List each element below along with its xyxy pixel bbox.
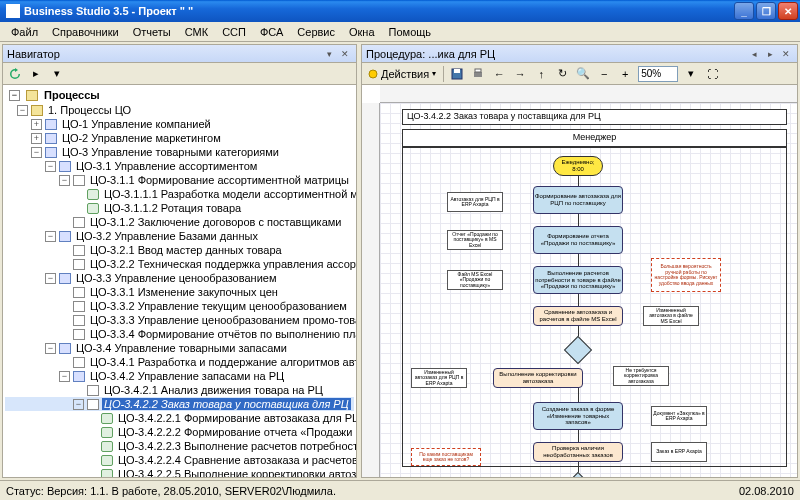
- tree-node[interactable]: −ЦО-3.3 Управление ценообразованием: [5, 271, 354, 285]
- step-icon: [101, 469, 113, 478]
- tree-label: ЦО-3.1.1.2 Ротация товара: [102, 202, 243, 214]
- tree-node[interactable]: ЦО-3.4.1 Разработка и поддержание алгори…: [5, 355, 354, 369]
- tree-toggle-icon[interactable]: −: [59, 371, 70, 382]
- tree-toggle-icon[interactable]: +: [31, 119, 42, 130]
- up-icon[interactable]: ↑: [531, 65, 551, 83]
- activity[interactable]: Формирование отчета «Продажи по поставщи…: [533, 226, 623, 254]
- gateway[interactable]: [564, 336, 592, 364]
- expand-icon[interactable]: ▸: [26, 65, 46, 83]
- tree-toggle-icon[interactable]: −: [45, 231, 56, 242]
- zoom-out-icon[interactable]: −: [594, 65, 614, 83]
- tree-toggle-icon[interactable]: −: [45, 343, 56, 354]
- tree-node[interactable]: ЦО-3.1.1.2 Ротация товара: [5, 201, 354, 215]
- close-button[interactable]: ✕: [778, 2, 798, 20]
- document[interactable]: Файл MS Excel «Продажи по поставщику»: [447, 270, 503, 290]
- tree-toggle-icon[interactable]: −: [45, 161, 56, 172]
- tree-node[interactable]: ЦО-3.3.3 Управление ценообразованием про…: [5, 313, 354, 327]
- print-icon[interactable]: [468, 65, 488, 83]
- activity[interactable]: Создание заказа в форме «Изменение товар…: [533, 402, 623, 430]
- tree-node[interactable]: −ЦО-3.1.1 Формирование ассортиментной ма…: [5, 173, 354, 187]
- panel-close-icon[interactable]: ✕: [779, 47, 793, 61]
- tree-node[interactable]: −ЦО-3.2 Управление Базами данных: [5, 229, 354, 243]
- annotation[interactable]: По каким поставщикам еще заказ не готов?: [411, 448, 481, 466]
- tree-node[interactable]: ЦО-3.4.2.2.3 Выполнение расчетов потребн…: [5, 439, 354, 453]
- activity[interactable]: Формирование автозаказа для РЦП по поста…: [533, 186, 623, 214]
- menu-reports[interactable]: Отчеты: [126, 24, 178, 40]
- tree-node[interactable]: ЦО-3.4.2.2.5 Выполнение корректировки ав…: [5, 467, 354, 477]
- document[interactable]: Заказ в ERP Axapta: [651, 442, 707, 462]
- minimize-button[interactable]: _: [734, 2, 754, 20]
- tree-node[interactable]: −1. Процессы ЦО: [5, 103, 354, 117]
- tree-node[interactable]: ЦО-3.1.2 Заключение договоров с поставщи…: [5, 215, 354, 229]
- tree-node[interactable]: −ЦО-3 Управление товарными категориями: [5, 145, 354, 159]
- tree-node[interactable]: ЦО-3.2.2 Техническая поддержка управлени…: [5, 257, 354, 271]
- menu-fsa[interactable]: ФСА: [253, 24, 290, 40]
- activity[interactable]: Проверка наличия необработанных заказов: [533, 442, 623, 462]
- refresh-icon[interactable]: ↻: [552, 65, 572, 83]
- tree-toggle-icon[interactable]: −: [59, 175, 70, 186]
- tree-toggle-icon[interactable]: −: [17, 105, 28, 116]
- tree-node[interactable]: ЦО-3.1.1.1 Разработка модели ассортимент…: [5, 187, 354, 201]
- document[interactable]: Не требуется корректировка автозаказа: [613, 366, 669, 386]
- tree-toggle-icon[interactable]: +: [31, 133, 42, 144]
- menu-help[interactable]: Помощь: [382, 24, 439, 40]
- tree-node[interactable]: ЦО-3.4.2.2.4 Сравнение автозаказа и расч…: [5, 453, 354, 467]
- menu-smk[interactable]: СМК: [178, 24, 215, 40]
- annotation[interactable]: Большая вероятность ручной работы по нас…: [651, 258, 721, 292]
- tree-node[interactable]: +ЦО-1 Управление компанией: [5, 117, 354, 131]
- save-icon[interactable]: [447, 65, 467, 83]
- document[interactable]: Измененный автозаказ в файле MS Excel: [643, 306, 699, 326]
- back-icon[interactable]: ←: [489, 65, 509, 83]
- find-icon[interactable]: 🔍: [573, 65, 593, 83]
- tree-label: ЦО-3.4.2.1 Анализ движения товара на РЦ: [102, 384, 325, 396]
- document[interactable]: Отчет «Продажи по поставщику» в MS Excel: [447, 230, 503, 250]
- diagram-canvas[interactable]: ЦО-3.4.2.2 Заказ товара у поставщика для…: [362, 85, 797, 477]
- zoom-input[interactable]: [638, 66, 678, 82]
- tree-root[interactable]: −Процессы: [5, 87, 354, 103]
- tree-node[interactable]: +ЦО-2 Управление маркетингом: [5, 131, 354, 145]
- tree-node[interactable]: ЦО-3.4.2.2.1 Формирование автозаказа для…: [5, 411, 354, 425]
- tree-node[interactable]: −ЦО-3.4.2.2 Заказ товара у поставщика дл…: [5, 397, 354, 411]
- tree-node[interactable]: −ЦО-3.4 Управление товарными запасами: [5, 341, 354, 355]
- tree-toggle-icon[interactable]: −: [73, 399, 84, 410]
- tree-toggle-icon: [59, 217, 70, 228]
- collapse-icon[interactable]: ▾: [47, 65, 67, 83]
- zoom-dropdown-icon[interactable]: ▾: [681, 65, 701, 83]
- tree-node[interactable]: −ЦО-3.1 Управление ассортиментом: [5, 159, 354, 173]
- tree-node[interactable]: ЦО-3.4.2.2.2 Формирование отчета «Продаж…: [5, 425, 354, 439]
- tree-node[interactable]: ЦО-3.3.2 Управление текущим ценообразова…: [5, 299, 354, 313]
- maximize-button[interactable]: ❐: [756, 2, 776, 20]
- tree-node[interactable]: ЦО-3.3.1 Изменение закупочных цен: [5, 285, 354, 299]
- menu-ssp[interactable]: ССП: [215, 24, 253, 40]
- menu-service[interactable]: Сервис: [290, 24, 342, 40]
- tree-label: ЦО-3.4.2.2.2 Формирование отчета «Продаж…: [116, 426, 356, 438]
- tree-view[interactable]: −Процессы −1. Процессы ЦО+ЦО-1 Управлени…: [3, 85, 356, 477]
- panel-dropdown-icon[interactable]: ▾: [322, 47, 336, 61]
- fit-icon[interactable]: ⛶: [702, 65, 722, 83]
- activity[interactable]: Выполнение расчетов потребности в товаре…: [533, 266, 623, 294]
- tree-toggle-icon: [73, 203, 84, 214]
- step-icon: [87, 203, 99, 214]
- panel-close-icon[interactable]: ✕: [338, 47, 352, 61]
- panel-next-icon[interactable]: ▸: [763, 47, 777, 61]
- menu-file[interactable]: Файл: [4, 24, 45, 40]
- zoom-in-icon[interactable]: +: [615, 65, 635, 83]
- timer-event[interactable]: Ежедневно; 8:00: [553, 156, 603, 176]
- activity[interactable]: Выполнение корректировки автозаказа: [493, 368, 583, 388]
- refresh-icon[interactable]: [5, 65, 25, 83]
- tree-toggle-icon[interactable]: −: [45, 273, 56, 284]
- activity[interactable]: Сравнение автозаказа и расчетов в файле …: [533, 306, 623, 326]
- document[interactable]: Измененный автозаказ для РЦП в ERP Axapt…: [411, 368, 467, 388]
- tree-node[interactable]: ЦО-3.3.4 Формирование отчётов по выполне…: [5, 327, 354, 341]
- menu-dictionaries[interactable]: Справочники: [45, 24, 126, 40]
- tree-node[interactable]: ЦО-3.4.2.1 Анализ движения товара на РЦ: [5, 383, 354, 397]
- tree-node[interactable]: −ЦО-3.4.2 Управление запасами на РЦ: [5, 369, 354, 383]
- tree-node[interactable]: ЦО-3.2.1 Ввод мастер данных товара: [5, 243, 354, 257]
- document[interactable]: Документ «Закупка» в ERP Axapta: [651, 406, 707, 426]
- document[interactable]: Автозаказ для РЦП в ERP Axapta: [447, 192, 503, 212]
- panel-prev-icon[interactable]: ◂: [747, 47, 761, 61]
- tree-toggle-icon[interactable]: −: [31, 147, 42, 158]
- actions-button[interactable]: Действия▾: [364, 65, 440, 83]
- menu-windows[interactable]: Окна: [342, 24, 382, 40]
- forward-icon[interactable]: →: [510, 65, 530, 83]
